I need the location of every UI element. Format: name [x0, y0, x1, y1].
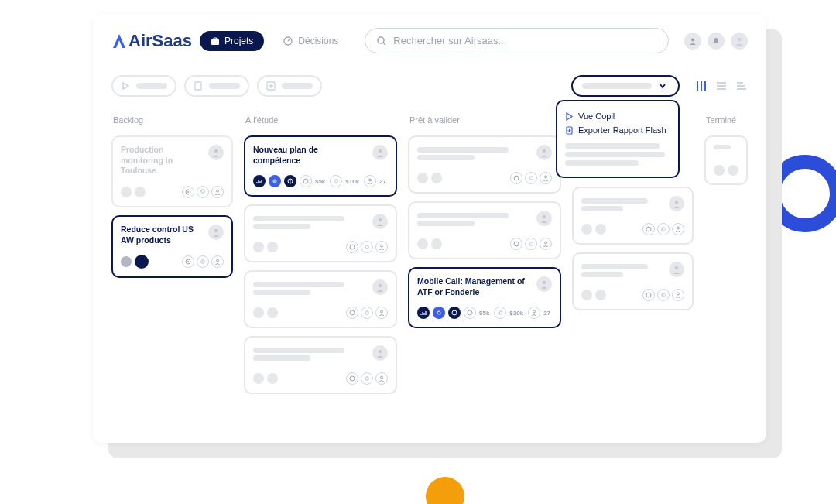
- info-icon: i: [284, 175, 296, 187]
- nav-projects[interactable]: Projets: [200, 31, 264, 51]
- target-icon: [346, 307, 358, 319]
- copy-icon: ©: [657, 289, 670, 301]
- svg-point-32: [381, 376, 383, 379]
- svg-point-9: [214, 149, 218, 153]
- avatar-icon[interactable]: [731, 33, 748, 50]
- search-input[interactable]: Rechercher sur Airsaas...: [365, 28, 669, 53]
- person-icon: [672, 289, 684, 301]
- file-icon: [565, 126, 574, 135]
- plus-icon: [266, 81, 276, 91]
- user-badge-icon[interactable]: [684, 33, 701, 50]
- avatar: [372, 145, 388, 160]
- svg-rect-6: [195, 82, 201, 90]
- menu-placeholder: [565, 143, 670, 166]
- copy-icon: ©: [330, 175, 342, 187]
- filter-file[interactable]: [184, 75, 249, 97]
- target-icon: [510, 172, 522, 184]
- avatar: [536, 145, 552, 160]
- view-dropdown[interactable]: [571, 75, 680, 97]
- info-icon: [448, 307, 461, 319]
- svg-point-44: [675, 201, 678, 204]
- avatar: [372, 279, 388, 295]
- svg-text:i: i: [290, 179, 290, 183]
- nav-decisions[interactable]: Décisions: [272, 31, 349, 51]
- card-placeholder[interactable]: [704, 135, 748, 185]
- column-pret: Prêt à valider © © Mobile Call: Manageme…: [408, 112, 561, 394]
- svg-point-46: [677, 227, 680, 229]
- column-etude: À l'étude Nouveau plan de compétence i $…: [244, 112, 397, 394]
- bell-icon[interactable]: [708, 33, 725, 50]
- card-title: Mobile Call: Management of ATF or Fonder…: [417, 276, 532, 297]
- person-icon: [211, 186, 224, 198]
- card-placeholder[interactable]: ©: [244, 336, 397, 394]
- card-reduce-control[interactable]: Reduce control US AW products ©: [111, 215, 233, 278]
- decor-dot: [426, 477, 464, 504]
- status-dot: [121, 187, 132, 197]
- chevron-down-icon: [658, 81, 667, 91]
- card-placeholder[interactable]: ©: [572, 252, 694, 310]
- copy-icon: ©: [361, 241, 373, 253]
- target-icon: [300, 175, 312, 187]
- copy-icon: ©: [657, 223, 670, 235]
- card-title: Reduce control US AW products: [121, 225, 204, 245]
- svg-point-30: [379, 350, 382, 353]
- nav-decisions-label: Décisions: [298, 36, 338, 46]
- card-placeholder[interactable]: ©: [408, 201, 561, 259]
- svg-point-38: [545, 242, 547, 244]
- svg-point-27: [379, 284, 382, 287]
- svg-point-24: [379, 218, 382, 221]
- svg-point-11: [187, 191, 189, 193]
- card-placeholder[interactable]: ©: [244, 204, 397, 262]
- card-placeholder[interactable]: ©: [572, 187, 694, 245]
- view-list-icon[interactable]: [715, 80, 728, 92]
- svg-point-43: [533, 310, 536, 313]
- filter-play[interactable]: [111, 75, 176, 97]
- target-icon: [346, 372, 358, 385]
- person-icon: [540, 238, 552, 250]
- toolbar: Vue Copil Exporter Rapport Flash: [111, 75, 748, 97]
- copy-icon: ©: [525, 238, 537, 250]
- chart-icon: [253, 175, 266, 187]
- svg-point-31: [350, 376, 355, 381]
- column-header: Prêt à valider: [408, 112, 561, 128]
- play-icon: [121, 81, 130, 91]
- column-header: Backlog: [111, 112, 233, 128]
- card-mobile-call[interactable]: Mobile Call: Management of ATF or Fonder…: [408, 267, 561, 328]
- target-icon: [464, 307, 476, 319]
- target-icon: [642, 289, 655, 301]
- person-icon: [375, 307, 388, 319]
- filter-add[interactable]: [257, 75, 322, 97]
- svg-point-12: [216, 190, 218, 192]
- menu-item-label: Exporter Rapport Flash: [578, 125, 666, 135]
- gear-icon: [433, 307, 445, 319]
- view-kanban-icon[interactable]: [695, 80, 708, 92]
- svg-point-36: [543, 215, 546, 218]
- avatar: [208, 145, 224, 160]
- view-switcher: [695, 80, 748, 92]
- avatar: [208, 225, 224, 240]
- status-dot: [135, 187, 146, 197]
- svg-point-48: [646, 293, 651, 297]
- card-placeholder[interactable]: ©: [408, 135, 561, 194]
- view-sort-icon[interactable]: [735, 80, 748, 92]
- card-title: Nouveau plan de compétence: [253, 145, 368, 166]
- column-header: Terminé: [704, 112, 748, 128]
- value-2: $10k: [509, 310, 523, 317]
- svg-point-5: [738, 37, 742, 41]
- briefcase-icon: [211, 36, 220, 46]
- menu-export-rapport[interactable]: Exporter Rapport Flash: [565, 123, 670, 137]
- target-icon: [642, 223, 655, 235]
- status-dot: [121, 256, 132, 267]
- svg-point-16: [216, 259, 218, 262]
- menu-vue-copil[interactable]: Vue Copil: [565, 109, 670, 123]
- copy-icon: ©: [197, 255, 209, 268]
- card-placeholder[interactable]: ©: [244, 270, 397, 328]
- avatar: [669, 262, 684, 277]
- card-title: Production monitoring in Toulouse: [121, 145, 204, 177]
- person-icon: [672, 223, 684, 235]
- column-backlog: Backlog Production monitoring in Toulous…: [111, 112, 233, 394]
- card-nouveau-plan[interactable]: Nouveau plan de compétence i $5k © $10k …: [244, 135, 397, 197]
- column-header: À l'étude: [244, 112, 397, 128]
- column-termine: Terminé: [704, 112, 748, 394]
- card-prod-monitoring[interactable]: Production monitoring in Toulouse ©: [111, 135, 233, 207]
